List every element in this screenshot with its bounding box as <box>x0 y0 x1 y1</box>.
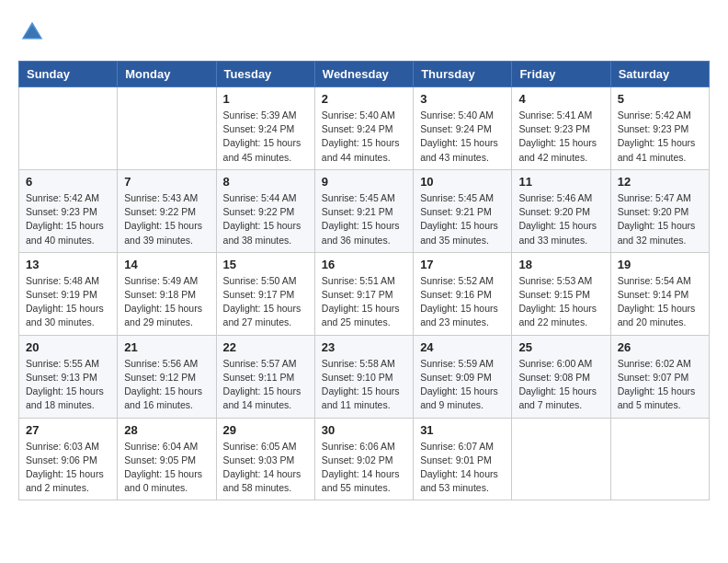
calendar-cell: 25Sunrise: 6:00 AM Sunset: 9:08 PM Dayli… <box>512 335 610 418</box>
day-info: Sunrise: 5:58 AM Sunset: 9:10 PM Dayligh… <box>322 357 406 413</box>
day-number: 17 <box>420 258 505 271</box>
calendar-cell: 6Sunrise: 5:42 AM Sunset: 9:23 PM Daylig… <box>19 169 118 252</box>
day-info: Sunrise: 5:53 AM Sunset: 9:15 PM Dayligh… <box>518 274 603 330</box>
logo-icon <box>18 18 46 46</box>
day-number: 24 <box>420 340 505 354</box>
calendar-cell: 13Sunrise: 5:48 AM Sunset: 9:19 PM Dayli… <box>19 252 118 335</box>
day-info: Sunrise: 5:54 AM Sunset: 9:14 PM Dayligh… <box>618 274 702 330</box>
calendar-cell: 8Sunrise: 5:44 AM Sunset: 9:22 PM Daylig… <box>216 169 314 252</box>
day-header-tuesday: Tuesday <box>216 62 314 87</box>
calendar-cell: 4Sunrise: 5:41 AM Sunset: 9:23 PM Daylig… <box>512 87 610 170</box>
calendar-cell: 7Sunrise: 5:43 AM Sunset: 9:22 PM Daylig… <box>118 169 216 252</box>
calendar-table: SundayMondayTuesdayWednesdayThursdayFrid… <box>18 61 710 500</box>
day-info: Sunrise: 5:41 AM Sunset: 9:23 PM Dayligh… <box>518 109 603 165</box>
calendar-cell: 30Sunrise: 6:06 AM Sunset: 9:02 PM Dayli… <box>314 418 413 500</box>
calendar-week-row: 1Sunrise: 5:39 AM Sunset: 9:24 PM Daylig… <box>19 87 710 170</box>
day-header-sunday: Sunday <box>19 62 118 87</box>
day-info: Sunrise: 5:57 AM Sunset: 9:11 PM Dayligh… <box>223 357 308 413</box>
calendar-cell: 29Sunrise: 6:05 AM Sunset: 9:03 PM Dayli… <box>216 418 314 500</box>
day-number: 5 <box>618 92 702 106</box>
calendar-week-row: 20Sunrise: 5:55 AM Sunset: 9:13 PM Dayli… <box>19 335 710 418</box>
day-info: Sunrise: 5:42 AM Sunset: 9:23 PM Dayligh… <box>26 191 110 247</box>
day-info: Sunrise: 5:45 AM Sunset: 9:21 PM Dayligh… <box>420 191 505 247</box>
day-info: Sunrise: 5:52 AM Sunset: 9:16 PM Dayligh… <box>420 274 505 330</box>
day-header-thursday: Thursday <box>414 62 512 87</box>
calendar-cell: 3Sunrise: 5:40 AM Sunset: 9:24 PM Daylig… <box>414 87 512 170</box>
day-info: Sunrise: 6:04 AM Sunset: 9:05 PM Dayligh… <box>124 440 209 496</box>
day-header-wednesday: Wednesday <box>314 62 413 87</box>
day-info: Sunrise: 5:45 AM Sunset: 9:21 PM Dayligh… <box>322 191 406 247</box>
day-number: 26 <box>618 340 702 354</box>
day-number: 11 <box>518 175 603 189</box>
day-info: Sunrise: 5:47 AM Sunset: 9:20 PM Dayligh… <box>618 191 702 247</box>
calendar-cell: 24Sunrise: 5:59 AM Sunset: 9:09 PM Dayli… <box>414 335 512 418</box>
day-number: 18 <box>518 258 603 271</box>
calendar-cell: 18Sunrise: 5:53 AM Sunset: 9:15 PM Dayli… <box>512 252 610 335</box>
calendar-cell: 27Sunrise: 6:03 AM Sunset: 9:06 PM Dayli… <box>19 418 118 500</box>
day-info: Sunrise: 5:59 AM Sunset: 9:09 PM Dayligh… <box>420 357 505 413</box>
calendar-cell: 21Sunrise: 5:56 AM Sunset: 9:12 PM Dayli… <box>118 335 216 418</box>
day-info: Sunrise: 5:46 AM Sunset: 9:20 PM Dayligh… <box>518 191 603 247</box>
day-number: 2 <box>322 92 406 106</box>
day-info: Sunrise: 6:02 AM Sunset: 9:07 PM Dayligh… <box>618 357 702 413</box>
calendar-cell: 22Sunrise: 5:57 AM Sunset: 9:11 PM Dayli… <box>216 335 314 418</box>
day-number: 16 <box>322 258 406 271</box>
day-info: Sunrise: 6:07 AM Sunset: 9:01 PM Dayligh… <box>420 440 505 496</box>
calendar-cell: 28Sunrise: 6:04 AM Sunset: 9:05 PM Dayli… <box>118 418 216 500</box>
calendar-cell: 20Sunrise: 5:55 AM Sunset: 9:13 PM Dayli… <box>19 335 118 418</box>
day-number: 1 <box>223 92 308 106</box>
day-info: Sunrise: 5:56 AM Sunset: 9:12 PM Dayligh… <box>124 357 209 413</box>
calendar-cell <box>19 87 118 170</box>
day-number: 30 <box>322 423 406 437</box>
calendar-header-row: SundayMondayTuesdayWednesdayThursdayFrid… <box>19 62 710 87</box>
calendar-cell: 16Sunrise: 5:51 AM Sunset: 9:17 PM Dayli… <box>314 252 413 335</box>
day-info: Sunrise: 5:44 AM Sunset: 9:22 PM Dayligh… <box>223 191 308 247</box>
calendar-cell <box>118 87 216 170</box>
day-info: Sunrise: 6:06 AM Sunset: 9:02 PM Dayligh… <box>322 440 406 496</box>
day-number: 22 <box>223 340 308 354</box>
day-number: 15 <box>223 258 308 271</box>
day-number: 12 <box>618 175 702 189</box>
calendar-cell: 17Sunrise: 5:52 AM Sunset: 9:16 PM Dayli… <box>414 252 512 335</box>
day-number: 21 <box>124 340 209 354</box>
day-header-saturday: Saturday <box>610 62 709 87</box>
calendar-cell: 1Sunrise: 5:39 AM Sunset: 9:24 PM Daylig… <box>216 87 314 170</box>
day-number: 25 <box>518 340 603 354</box>
day-number: 23 <box>322 340 406 354</box>
calendar-cell: 14Sunrise: 5:49 AM Sunset: 9:18 PM Dayli… <box>118 252 216 335</box>
calendar-cell <box>512 418 610 500</box>
calendar-week-row: 6Sunrise: 5:42 AM Sunset: 9:23 PM Daylig… <box>19 169 710 252</box>
calendar-cell: 2Sunrise: 5:40 AM Sunset: 9:24 PM Daylig… <box>314 87 413 170</box>
day-number: 13 <box>26 258 110 271</box>
day-number: 28 <box>124 423 209 437</box>
day-number: 27 <box>26 423 110 437</box>
day-number: 4 <box>518 92 603 106</box>
day-info: Sunrise: 5:43 AM Sunset: 9:22 PM Dayligh… <box>124 191 209 247</box>
day-info: Sunrise: 5:42 AM Sunset: 9:23 PM Dayligh… <box>618 109 702 165</box>
calendar-cell: 10Sunrise: 5:45 AM Sunset: 9:21 PM Dayli… <box>414 169 512 252</box>
calendar-cell: 11Sunrise: 5:46 AM Sunset: 9:20 PM Dayli… <box>512 169 610 252</box>
calendar-week-row: 13Sunrise: 5:48 AM Sunset: 9:19 PM Dayli… <box>19 252 710 335</box>
calendar-cell: 26Sunrise: 6:02 AM Sunset: 9:07 PM Dayli… <box>610 335 709 418</box>
day-number: 3 <box>420 92 505 106</box>
day-info: Sunrise: 5:50 AM Sunset: 9:17 PM Dayligh… <box>223 274 308 330</box>
day-number: 20 <box>26 340 110 354</box>
day-info: Sunrise: 6:00 AM Sunset: 9:08 PM Dayligh… <box>518 357 603 413</box>
day-number: 29 <box>223 423 308 437</box>
calendar-cell: 23Sunrise: 5:58 AM Sunset: 9:10 PM Dayli… <box>314 335 413 418</box>
day-header-monday: Monday <box>118 62 216 87</box>
day-info: Sunrise: 6:03 AM Sunset: 9:06 PM Dayligh… <box>26 440 110 496</box>
day-info: Sunrise: 5:40 AM Sunset: 9:24 PM Dayligh… <box>420 109 505 165</box>
day-number: 7 <box>124 175 209 189</box>
day-number: 10 <box>420 175 505 189</box>
calendar-cell <box>610 418 709 500</box>
day-header-friday: Friday <box>512 62 610 87</box>
day-number: 19 <box>618 258 702 271</box>
day-info: Sunrise: 5:49 AM Sunset: 9:18 PM Dayligh… <box>124 274 209 330</box>
day-info: Sunrise: 5:48 AM Sunset: 9:19 PM Dayligh… <box>26 274 110 330</box>
day-number: 31 <box>420 423 505 437</box>
calendar-cell: 9Sunrise: 5:45 AM Sunset: 9:21 PM Daylig… <box>314 169 413 252</box>
day-info: Sunrise: 6:05 AM Sunset: 9:03 PM Dayligh… <box>223 440 308 496</box>
calendar-cell: 31Sunrise: 6:07 AM Sunset: 9:01 PM Dayli… <box>414 418 512 500</box>
day-number: 9 <box>322 175 406 189</box>
